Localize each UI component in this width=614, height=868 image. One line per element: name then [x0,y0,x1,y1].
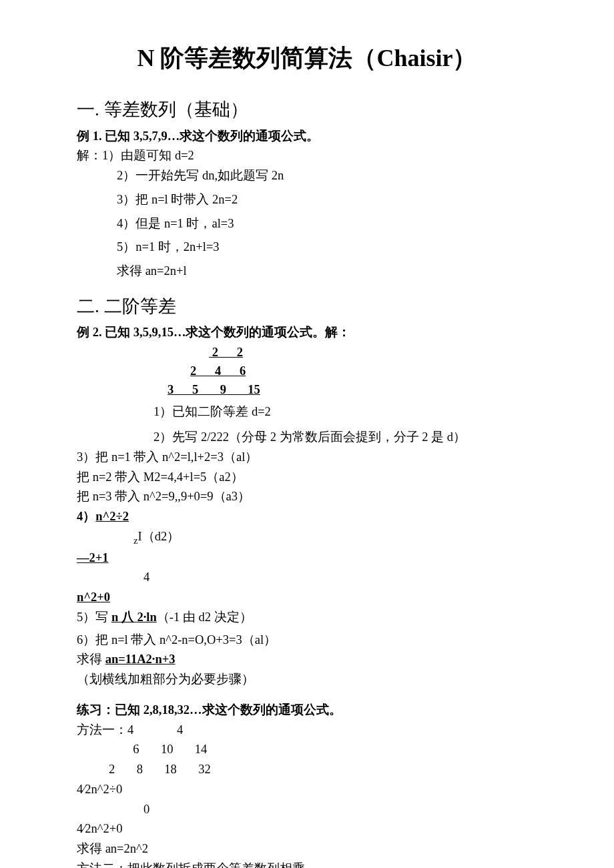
pyramid-row-3: 3 5 9 15 [168,381,537,400]
m1-row-3: 2 8 18 32 [77,761,537,779]
m1-step-3: 4⁄2n^2+0 [77,820,537,839]
step-2-2: 2）先写 2/222（分母 2 为常数后面会提到，分子 2 是 d） [77,428,537,447]
step-2-4b: zI（d2） [77,528,537,548]
step-2-3b: 把 n=2 带入 M2=4,4+l=5（a2） [77,468,537,487]
result-2: 求得 an=11A2·n+3 [77,650,537,669]
step-2-3c: 把 n=3 带入 n^2=9,,9+0=9（a3） [77,488,537,506]
m1-row-1: 方法一：4 4 [77,721,537,740]
m1-step-2: 0 [77,801,537,819]
step-2-4: 4）n^2÷2 [77,508,537,526]
section-1-heading: 一. 等差数列（基础） [77,96,537,123]
step-1-4: 4）但是 n=1 时，al=3 [77,215,537,234]
step-2-5: 5）写 n 八 2·ln（-1 由 d2 决定） [77,608,537,627]
step-2-6: 6）把 n=l 带入 n^2-n=O,O+3=3（al） [77,631,537,650]
m1-result: 求得 an=2n^2 [77,840,537,859]
solve-line-1: 解：1）由题可知 d=2 [77,147,537,165]
example-1-label: 例 1. 已知 3,5,7,9…求这个数列的通项公式。 [77,127,537,146]
section-2-heading: 二. 二阶等差 [77,293,537,320]
step-1-5: 5）n=1 时，2n+l=3 [77,238,537,257]
step-2-4e: n^2+0 [77,588,537,607]
step-1-2: 2）一开始先写 dn,如此题写 2n [77,167,537,185]
practice-label: 练习：已知 2,8,18,32…求这个数列的通项公式。 [77,701,537,720]
method-2-label: 方法二：把此数列拆成两个等差数列相乘 [77,860,537,868]
page-title: N 阶等差数列简算法（Chaisir） [77,40,537,76]
example-2-label: 例 2. 已知 3,5,9,15…求这个数列的通项公式。解： [77,324,537,342]
m1-row-2: 6 10 14 [127,741,537,759]
m1-step-1: 4⁄2n^2÷0 [77,781,537,799]
step-2-4c: —2+1 [77,549,537,568]
step-2-4d: 4 [77,568,537,587]
pyramid-row-1: 2 2 [184,344,537,362]
pyramid-row-2: 2 4 6 [184,362,537,381]
difference-pyramid: 2 2 2 4 6 3 5 9 15 [184,344,537,399]
note-2: （划横线加粗部分为必要步骤） [77,671,537,689]
method-1-pyramid: 方法一：4 4 6 10 14 2 8 18 32 [77,721,537,779]
result-1: 求得 an=2n+l [77,262,537,281]
step-1-3: 3）把 n=l 时带入 2n=2 [77,191,537,209]
step-2-1: 1）已知二阶等差 d=2 [77,403,537,422]
step-2-3: 3）把 n=1 带入 n^2=l,l+2=3（al） [77,448,537,467]
